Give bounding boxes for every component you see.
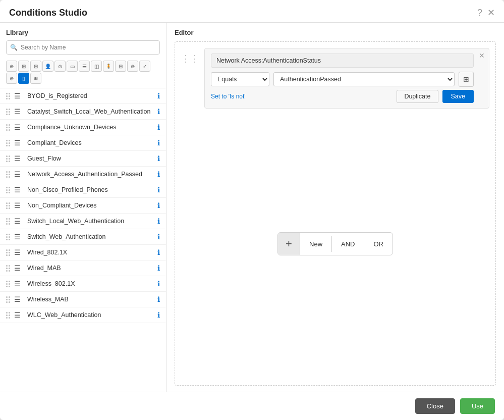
drag-handle-icon [6,249,10,256]
filter-device-icon[interactable]: ◫ [91,61,102,72]
info-icon[interactable]: ℹ [157,154,160,163]
info-icon[interactable]: ℹ [157,186,160,194]
is-not-link[interactable]: Set to 'Is not' [211,93,246,100]
help-icon[interactable]: ? [477,8,482,18]
list-item[interactable]: ☰ BYOD_is_Registered ℹ [0,88,166,104]
item-label: Guest_Flow [27,155,153,162]
add-condition-area: + New AND OR [181,109,489,379]
item-type-icon: ☰ [14,170,23,178]
modal-header-icons: ? ✕ [477,7,495,18]
info-icon[interactable]: ℹ [157,92,160,100]
condition-drag-icon: ⋮⋮ [181,53,199,64]
item-type-icon: ☰ [14,92,23,100]
info-icon[interactable]: ℹ [157,217,160,225]
info-icon[interactable]: ℹ [157,108,160,116]
info-icon[interactable]: ℹ [157,248,160,256]
list-item[interactable]: ☰ Catalyst_Switch_Local_Web_Authenticati… [0,104,166,120]
item-type-icon: ☰ [14,186,23,194]
list-item[interactable]: ☰ Non_Cisco_Profiled_Phones ℹ [0,182,166,198]
item-label: Compliant_Devices [27,139,153,146]
list-item[interactable]: ☰ Guest_Flow ℹ [0,151,166,167]
info-icon[interactable]: ℹ [157,170,160,178]
use-button[interactable]: Use [460,398,495,414]
modal-title: Conditions Studio [9,8,87,18]
info-icon[interactable]: ℹ [157,264,160,272]
list-item[interactable]: ☰ Wired_MAB ℹ [0,260,166,276]
search-input[interactable] [6,40,160,55]
filter-person-icon[interactable]: 🧍 [103,61,114,72]
condition-footer: Set to 'Is not' Duplicate Save [211,87,474,103]
item-label: BYOD_is_Registered [27,92,153,99]
save-button[interactable]: Save [442,90,474,103]
item-label: Compliance_Unknown_Devices [27,124,153,131]
filter-check-icon[interactable]: ✓ [139,61,150,72]
condition-controls: Equals Not Equals Contains Starts With A… [211,72,474,87]
operator-select[interactable]: Equals Not Equals Contains Starts With [211,72,269,86]
add-and-button[interactable]: AND [332,236,364,252]
condition-close-icon[interactable]: ✕ [479,51,485,60]
info-icon[interactable]: ℹ [157,295,160,303]
item-type-icon: ☰ [14,154,23,163]
value-select[interactable]: AuthenticationPassed AuthenticationFaile… [273,72,455,86]
filter-clock-icon[interactable]: ⊚ [127,61,138,72]
drag-handle-icon [6,109,10,115]
item-type-icon: ☰ [14,233,23,241]
condition-actions: Duplicate Save [397,90,474,103]
add-or-button[interactable]: OR [364,236,393,252]
filter-table-icon[interactable]: ⊞ [18,61,29,72]
filter-shield-icon[interactable]: ⊕ [6,73,17,84]
filter-monitor-icon[interactable]: ▭ [67,61,78,72]
info-icon[interactable]: ℹ [157,311,160,319]
info-icon[interactable]: ℹ [157,139,160,147]
drag-handle-icon [6,187,10,193]
filter-wifi-icon[interactable]: ≋ [30,73,41,84]
list-item[interactable]: ☰ Network_Access_Authentication_Passed ℹ [0,167,166,182]
search-box: 🔍 [6,40,160,55]
drag-handle-icon [6,202,10,209]
item-type-icon: ☰ [14,108,23,116]
list-item[interactable]: ☰ WLC_Web_Authentication ℹ [0,307,166,323]
drag-handle-icon [6,171,10,178]
list-item[interactable]: ☰ Non_Compliant_Devices ℹ [0,198,166,214]
filter-list-icon[interactable]: ☰ [79,61,90,72]
list-item[interactable]: ☰ Switch_Web_Authentication ℹ [0,229,166,245]
filter-user-icon[interactable]: 👤 [42,61,53,72]
add-new-button[interactable]: New [300,236,332,252]
add-plus-button[interactable]: + [278,233,300,255]
item-type-icon: ☰ [14,295,23,303]
drag-handle-icon [6,93,10,99]
list-item[interactable]: ☰ Compliance_Unknown_Devices ℹ [0,120,166,135]
modal-header: Conditions Studio ? ✕ [0,0,504,23]
modal-body: Library 🔍 ⊕ ⊞ ⊟ 👤 ⊙ ▭ ☰ ◫ 🧍 ⊟ ⊚ ✓ ⊕ ▯ [0,23,504,392]
duplicate-button[interactable]: Duplicate [397,90,438,103]
search-icon: 🔍 [10,44,18,51]
add-condition-inner: + New AND OR [277,232,393,255]
item-type-icon: ☰ [14,123,23,131]
filter-mobile-icon[interactable]: ▯ [18,73,29,84]
close-icon[interactable]: ✕ [487,7,495,18]
list-item[interactable]: ☰ Switch_Local_Web_Authentication ℹ [0,214,166,229]
filter-table2-icon[interactable]: ⊟ [115,61,126,72]
filter-group-icon[interactable]: ⊟ [30,61,41,72]
drag-handle-icon [6,312,10,319]
list-item[interactable]: ☰ Wireless_802.1X ℹ [0,276,166,292]
info-icon[interactable]: ℹ [157,280,160,288]
drag-handle-icon [6,265,10,272]
close-button[interactable]: Close [415,398,455,414]
filter-location-icon[interactable]: ⊕ [6,61,17,72]
drag-handle-icon [6,281,10,287]
item-label: Non_Compliant_Devices [27,202,153,209]
list-item[interactable]: ☰ Wired_802.1X ℹ [0,245,166,260]
item-label: Wired_MAB [27,265,153,272]
info-icon[interactable]: ℹ [157,201,160,209]
item-type-icon: ☰ [14,201,23,209]
drag-handle-icon [6,155,10,162]
item-type-icon: ☰ [14,248,23,256]
grid-view-button[interactable]: ⊞ [459,72,474,87]
info-icon[interactable]: ℹ [157,123,160,131]
filter-globe-icon[interactable]: ⊙ [54,61,66,72]
filter-icons-bar: ⊕ ⊞ ⊟ 👤 ⊙ ▭ ☰ ◫ 🧍 ⊟ ⊚ ✓ ⊕ ▯ ≋ [0,59,166,88]
info-icon[interactable]: ℹ [157,233,160,241]
list-item[interactable]: ☰ Compliant_Devices ℹ [0,135,166,151]
list-item[interactable]: ☰ Wireless_MAB ℹ [0,292,166,307]
